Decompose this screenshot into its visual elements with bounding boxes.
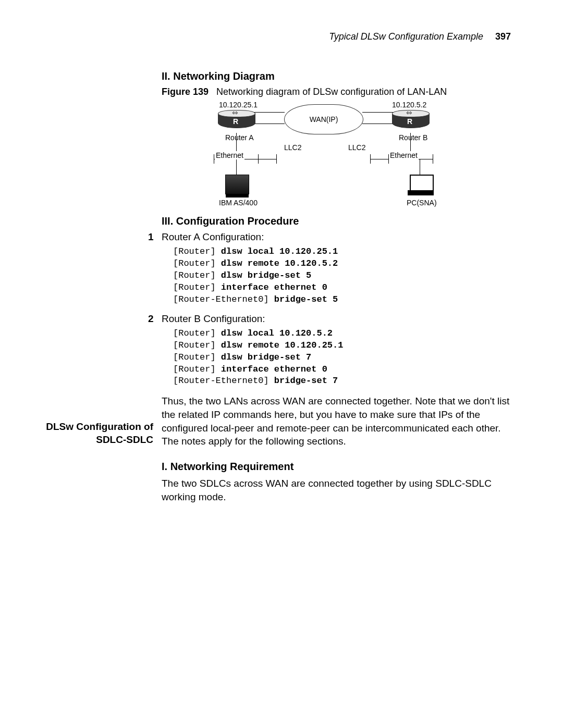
main-content: II. Networking Diagram Figure 139 Networ…: [162, 65, 511, 503]
running-header: Typical DLSw Configuration Example 397: [329, 31, 511, 42]
router-b-config: [Router] dlsw local 10.120.5.2 [Router] …: [173, 328, 511, 388]
link-right-top: [362, 112, 394, 113]
lan-left-end1: [214, 154, 214, 164]
lan-left-drop2: [258, 154, 259, 164]
step-2-number: 2: [148, 313, 162, 325]
link-left-top: [253, 112, 285, 113]
page-number: 397: [495, 31, 511, 42]
side-section-i-heading: I. Networking Requirement: [162, 461, 511, 473]
section-iii-paragraph: Thus, the two LANs across WAN are connec…: [162, 394, 511, 448]
figure-number: Figure 139: [162, 87, 209, 97]
side-heading-line2: SDLC-SDLC: [96, 434, 153, 445]
router-a-icon: ⇔ R: [218, 110, 254, 133]
section-iii-heading: III. Configuration Procedure: [162, 215, 511, 227]
figure-caption: Figure 139 Networking diagram of DLSw co…: [162, 87, 511, 97]
step-2-title: Router B Configuration:: [162, 313, 265, 325]
step-1: 1 Router A Configuration:: [148, 231, 511, 243]
step-2: 2 Router B Configuration:: [148, 313, 511, 325]
ethernet-left-label: Ethernet: [215, 151, 244, 159]
side-heading-line1: DLSw Configuration of: [46, 421, 153, 432]
link-left-bottom: [253, 124, 285, 124]
section-ii-heading: II. Networking Diagram: [162, 70, 511, 82]
pc-label: PC(SNA): [407, 199, 437, 207]
wan-cloud-icon: WAN(IP): [284, 104, 363, 134]
link-right-bottom: [362, 124, 394, 124]
network-diagram: 10.120.25.1 10.120.5.2 WAN(IP) ⇔ R ⇔: [203, 101, 485, 207]
header-title: Typical DLSw Configuration Example: [329, 31, 483, 42]
router-a-config: [Router] dlsw local 10.120.25.1 [Router]…: [173, 246, 511, 306]
router-a-label: Router A: [225, 133, 253, 142]
router-b-icon: ⇔ R: [392, 110, 429, 133]
llc2-right-label: LLC2: [348, 143, 365, 152]
drop-left-host: [236, 159, 237, 175]
ip-left-label: 10.120.25.1: [219, 101, 258, 109]
as400-label: IBM AS/400: [219, 199, 258, 207]
side-section-paragraph: The two SDLCs across WAN are connected t…: [162, 477, 511, 503]
lan-right-end1: [370, 154, 371, 164]
cloud-label: WAN(IP): [310, 115, 338, 124]
ip-right-label: 10.120.5.2: [392, 101, 426, 109]
lan-right-end2: [433, 154, 433, 164]
drop-right-host: [420, 159, 420, 175]
step-1-number: 1: [148, 231, 162, 243]
figure-caption-text: Networking diagram of DLSw configuration…: [216, 87, 447, 97]
ethernet-right-label: Ethernet: [389, 151, 419, 159]
side-heading: DLSw Configuration of SDLC-SDLC: [18, 421, 153, 446]
step-1-title: Router A Configuration:: [162, 231, 264, 243]
router-b-label: Router B: [399, 133, 427, 142]
pc-icon: [408, 175, 434, 195]
llc2-left-label: LLC2: [284, 143, 301, 152]
lan-left-end2: [276, 154, 277, 164]
as400-icon: [225, 175, 249, 194]
page: Typical DLSw Configuration Example 397 I…: [0, 0, 563, 728]
